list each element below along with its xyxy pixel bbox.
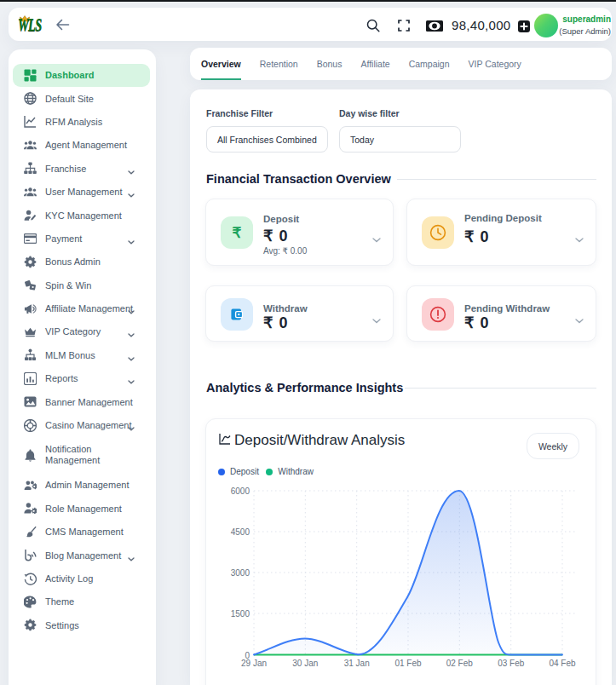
svg-text:6000: 6000 xyxy=(231,486,250,496)
svg-text:03 Feb: 03 Feb xyxy=(498,659,525,668)
svg-text:04 Feb: 04 Feb xyxy=(549,659,576,668)
svg-text:30 Jan: 30 Jan xyxy=(292,659,318,668)
svg-text:29 Jan: 29 Jan xyxy=(241,659,267,668)
svg-text:02 Feb: 02 Feb xyxy=(446,659,474,668)
svg-text:01 Feb: 01 Feb xyxy=(394,659,422,668)
svg-text:1500: 1500 xyxy=(231,609,250,619)
svg-text:31 Jan: 31 Jan xyxy=(344,659,370,668)
svg-text:4500: 4500 xyxy=(231,527,250,537)
svg-text:3000: 3000 xyxy=(231,568,250,578)
